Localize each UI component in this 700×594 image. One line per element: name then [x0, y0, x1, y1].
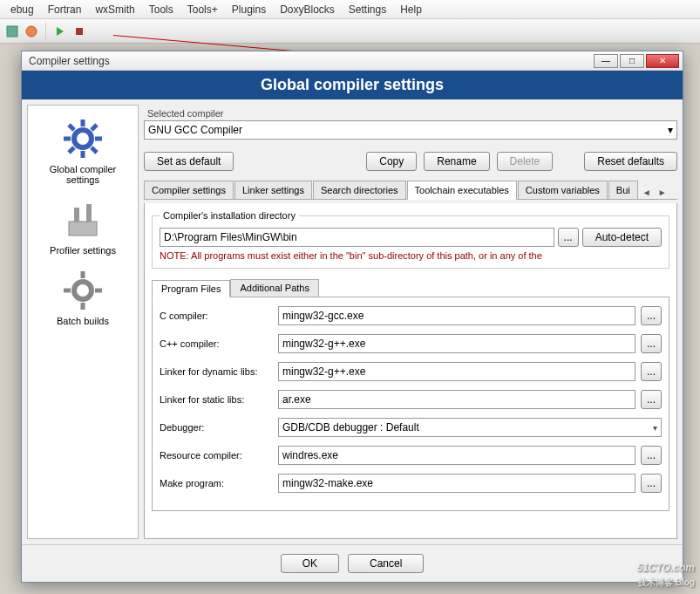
tabbar: Compiler settings Linker settings Search…	[144, 180, 677, 200]
linker-static-label: Linker for static libs:	[160, 394, 273, 405]
set-default-button[interactable]: Set as default	[144, 152, 234, 171]
svg-line-10	[92, 147, 97, 153]
c-compiler-browse[interactable]: ...	[641, 306, 662, 325]
menubar: ebug Fortran wxSmith Tools Tools+ Plugin…	[0, 0, 700, 19]
ok-button[interactable]: OK	[281, 554, 339, 573]
install-note: NOTE: All programs must exist either in …	[160, 250, 662, 261]
resource-compiler-label: Resource compiler:	[160, 450, 273, 461]
batch-gear-icon	[62, 270, 104, 311]
compiler-select[interactable]: GNU GCC Compiler▾	[144, 120, 677, 140]
svg-line-12	[69, 147, 74, 153]
autodetect-button[interactable]: Auto-detect	[582, 228, 662, 247]
menu-tools[interactable]: Tools	[142, 2, 180, 17]
maximize-button[interactable]: □	[620, 54, 644, 68]
tool-icon[interactable]	[53, 24, 67, 38]
resource-compiler-browse[interactable]: ...	[641, 446, 662, 465]
menu-fortran[interactable]: Fortran	[41, 2, 89, 17]
svg-rect-3	[76, 28, 83, 35]
make-program-browse[interactable]: ...	[641, 474, 662, 493]
linker-dynamic-input[interactable]	[278, 362, 635, 381]
resource-compiler-input[interactable]	[278, 446, 635, 465]
menu-doxyblocks[interactable]: DoxyBlocks	[273, 2, 342, 17]
sidebar-item-profiler[interactable]: Profiler settings	[31, 194, 134, 261]
linker-dynamic-browse[interactable]: ...	[641, 362, 662, 381]
svg-rect-0	[7, 26, 17, 37]
dialog-banner: Global compiler settings	[22, 71, 683, 99]
tab-linker-settings[interactable]: Linker settings	[234, 181, 312, 199]
svg-point-16	[74, 282, 92, 299]
rename-button[interactable]: Rename	[424, 152, 489, 171]
tab-scroll-left[interactable]: ◄	[639, 186, 655, 199]
svg-rect-14	[74, 208, 79, 222]
svg-point-4	[74, 130, 92, 147]
copy-button[interactable]: Copy	[366, 152, 417, 171]
make-program-label: Make program:	[160, 478, 273, 488]
tool-icon[interactable]	[5, 24, 19, 38]
install-path-input[interactable]	[160, 228, 554, 247]
debugger-label: Debugger:	[160, 422, 273, 433]
install-dir-legend: Compiler's installation directory	[160, 210, 299, 221]
tab-build-truncated[interactable]: Bui	[608, 181, 638, 199]
tab-scroll-right[interactable]: ►	[655, 186, 670, 199]
menu-wxsmith[interactable]: wxSmith	[88, 2, 141, 17]
tool-icon[interactable]	[72, 24, 86, 38]
cpp-compiler-label: C++ compiler:	[160, 338, 273, 349]
close-button[interactable]: ✕	[646, 54, 679, 68]
titlebar: Compiler settings — □ ✕	[22, 51, 683, 71]
tab-toolchain-executables[interactable]: Toolchain executables	[407, 181, 517, 200]
compiler-settings-dialog: Compiler settings — □ ✕ Global compiler …	[21, 51, 683, 583]
minimize-button[interactable]: —	[594, 54, 618, 68]
tab-custom-variables[interactable]: Custom variables	[518, 181, 608, 199]
subtab-program-files[interactable]: Program Files	[152, 280, 230, 297]
cpp-compiler-input[interactable]	[278, 334, 635, 353]
svg-line-11	[92, 125, 97, 130]
menu-toolsplus[interactable]: Tools+	[180, 2, 225, 17]
menu-settings[interactable]: Settings	[342, 2, 393, 17]
linker-static-input[interactable]	[278, 390, 635, 409]
toolbar	[0, 19, 700, 44]
dialog-title: Compiler settings	[25, 55, 110, 67]
menu-debug[interactable]: ebug	[3, 2, 41, 17]
svg-point-1	[26, 26, 37, 37]
sidebar-item-batch[interactable]: Batch builds	[31, 264, 134, 331]
tab-compiler-settings[interactable]: Compiler settings	[144, 181, 234, 199]
reset-defaults-button[interactable]: Reset defaults	[584, 152, 677, 171]
subtab-additional-paths[interactable]: Additional Paths	[230, 279, 319, 297]
delete-button: Delete	[497, 152, 554, 171]
svg-marker-2	[57, 27, 64, 36]
browse-button[interactable]: ...	[558, 228, 579, 247]
linker-dynamic-label: Linker for dynamic libs:	[160, 366, 273, 377]
linker-static-browse[interactable]: ...	[641, 390, 662, 409]
svg-rect-15	[86, 204, 92, 222]
profiler-icon	[62, 199, 104, 241]
gear-icon	[62, 118, 104, 160]
sidebar-item-global[interactable]: Global compiler settings	[31, 113, 134, 190]
sidebar: Global compiler settings Profiler settin…	[27, 105, 139, 539]
cpp-compiler-browse[interactable]: ...	[641, 334, 662, 353]
debugger-select[interactable]: GDB/CDB debugger : Default	[278, 418, 662, 437]
tab-search-directories[interactable]: Search directories	[313, 181, 406, 199]
svg-line-9	[69, 125, 74, 130]
c-compiler-label: C compiler:	[160, 311, 273, 321]
tool-icon[interactable]	[24, 24, 38, 38]
make-program-input[interactable]	[278, 474, 635, 493]
menu-plugins[interactable]: Plugins	[225, 2, 273, 17]
svg-rect-13	[69, 222, 97, 236]
c-compiler-input[interactable]	[278, 306, 635, 325]
menu-help[interactable]: Help	[393, 2, 429, 17]
cancel-button[interactable]: Cancel	[348, 554, 424, 573]
selected-compiler-label: Selected compiler	[144, 108, 677, 119]
